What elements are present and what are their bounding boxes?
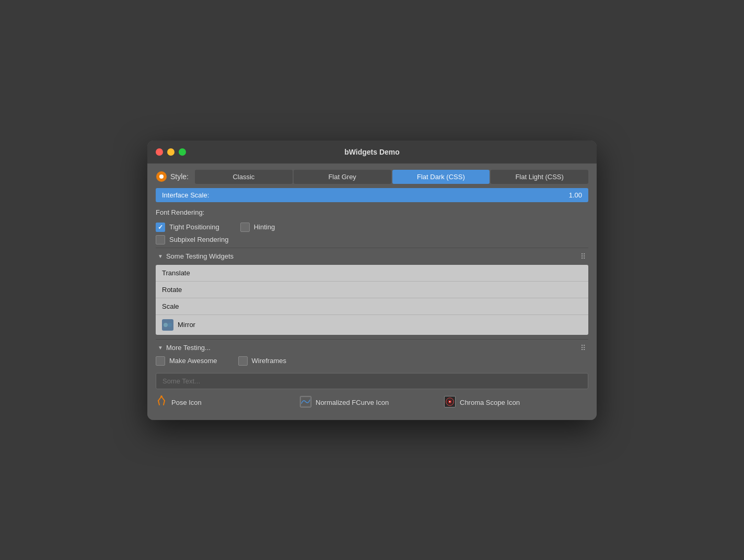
minimize-button[interactable] xyxy=(167,148,175,156)
main-window: bWidgets Demo Style: Classic Flat Grey F… xyxy=(147,141,597,420)
style-btn-flat-light[interactable]: Flat Light (CSS) xyxy=(491,170,588,184)
list-item-scale[interactable]: Scale xyxy=(156,298,588,315)
tight-positioning-item: Tight Positioning xyxy=(156,223,219,232)
section-testing-label: Some Testing Widgets xyxy=(166,252,234,260)
hinting-item: Hinting xyxy=(240,223,275,232)
normalized-fcurve-icon xyxy=(300,396,311,409)
traffic-lights xyxy=(156,148,186,156)
subpixel-rendering-item: Subpixel Rendering xyxy=(156,235,228,244)
tight-positioning-checkbox[interactable] xyxy=(156,223,165,232)
style-row: Style: Classic Flat Grey Flat Dark (CSS)… xyxy=(156,170,588,184)
some-text-input[interactable] xyxy=(156,373,588,389)
pose-icon-item: Pose Icon xyxy=(156,395,300,410)
normalized-fcurve-label: Normalized FCurve Icon xyxy=(316,399,389,406)
chroma-scope-icon xyxy=(444,396,456,409)
style-btn-flat-grey[interactable]: Flat Grey xyxy=(294,170,391,184)
icon-row: Pose Icon Normalized FCurve Icon xyxy=(156,393,588,410)
subpixel-rendering-checkbox[interactable] xyxy=(156,235,165,244)
svg-point-2 xyxy=(164,323,168,327)
style-buttons: Classic Flat Grey Flat Dark (CSS) Flat L… xyxy=(195,170,588,184)
wireframes-checkbox[interactable] xyxy=(238,356,248,366)
section-more-left: ▼ More Testing... xyxy=(158,344,211,352)
interface-scale-value: 1.00 xyxy=(563,188,588,202)
section-testing-header[interactable]: ▼ Some Testing Widgets ⠿ xyxy=(156,248,588,265)
style-btn-classic[interactable]: Classic xyxy=(195,170,293,184)
interface-scale-label: Interface Scale: xyxy=(156,188,563,202)
style-label-group: Style: xyxy=(156,171,189,182)
scale-label: Scale xyxy=(162,302,179,310)
make-awesome-checkbox[interactable] xyxy=(156,356,165,366)
translate-label: Translate xyxy=(162,269,190,277)
style-label: Style: xyxy=(170,172,189,181)
interface-scale-row[interactable]: Interface Scale: 1.00 xyxy=(156,188,588,202)
blender-logo-icon xyxy=(156,171,167,182)
triangle-down-icon-2: ▼ xyxy=(158,345,163,351)
make-awesome-label: Make Awesome xyxy=(169,357,217,365)
svg-line-7 xyxy=(164,401,165,405)
checkbox-row-2: Subpixel Rendering xyxy=(156,235,588,244)
maximize-button[interactable] xyxy=(179,148,186,156)
style-btn-flat-dark[interactable]: Flat Dark (CSS) xyxy=(392,170,490,184)
subpixel-rendering-label: Subpixel Rendering xyxy=(169,236,228,243)
hinting-checkbox[interactable] xyxy=(240,223,250,232)
triangle-down-icon: ▼ xyxy=(158,253,163,259)
pose-label: Pose Icon xyxy=(171,399,202,406)
dots-icon: ⠿ xyxy=(580,252,586,261)
list-item-translate[interactable]: Translate xyxy=(156,265,588,282)
dots-icon-2: ⠿ xyxy=(580,344,586,352)
pose-icon xyxy=(156,395,167,410)
svg-point-12 xyxy=(449,401,451,402)
content-area: Style: Classic Flat Grey Flat Dark (CSS)… xyxy=(147,164,597,420)
make-awesome-item: Make Awesome xyxy=(156,356,217,366)
more-checkbox-row: Make Awesome Wireframes xyxy=(156,356,588,366)
testing-widgets-list: Translate Rotate Scale Mirror xyxy=(156,265,588,335)
section-more-label: More Testing... xyxy=(166,344,211,352)
list-item-rotate[interactable]: Rotate xyxy=(156,282,588,298)
svg-point-3 xyxy=(168,323,172,327)
chroma-scope-icon-item: Chroma Scope Icon xyxy=(444,396,588,409)
chroma-scope-label: Chroma Scope Icon xyxy=(460,399,520,406)
hinting-label: Hinting xyxy=(254,223,275,231)
rotate-label: Rotate xyxy=(162,286,182,294)
mirror-icon xyxy=(162,319,173,331)
window-title: bWidgets Demo xyxy=(344,148,400,156)
svg-line-6 xyxy=(158,401,159,405)
close-button[interactable] xyxy=(156,148,163,156)
section-more-header[interactable]: ▼ More Testing... ⠿ xyxy=(156,339,588,356)
titlebar: bWidgets Demo xyxy=(147,141,597,164)
wireframes-item: Wireframes xyxy=(238,356,286,366)
mirror-label: Mirror xyxy=(178,321,195,329)
checkbox-row-1: Tight Positioning Hinting xyxy=(156,223,588,232)
svg-point-8 xyxy=(160,395,162,398)
font-rendering-label: Font Rendering: xyxy=(156,206,588,218)
section-testing-left: ▼ Some Testing Widgets xyxy=(158,252,234,260)
list-item-mirror[interactable]: Mirror xyxy=(156,315,588,335)
normalized-fcurve-icon-item: Normalized FCurve Icon xyxy=(300,396,444,409)
tight-positioning-label: Tight Positioning xyxy=(169,223,219,231)
wireframes-label: Wireframes xyxy=(252,357,286,365)
